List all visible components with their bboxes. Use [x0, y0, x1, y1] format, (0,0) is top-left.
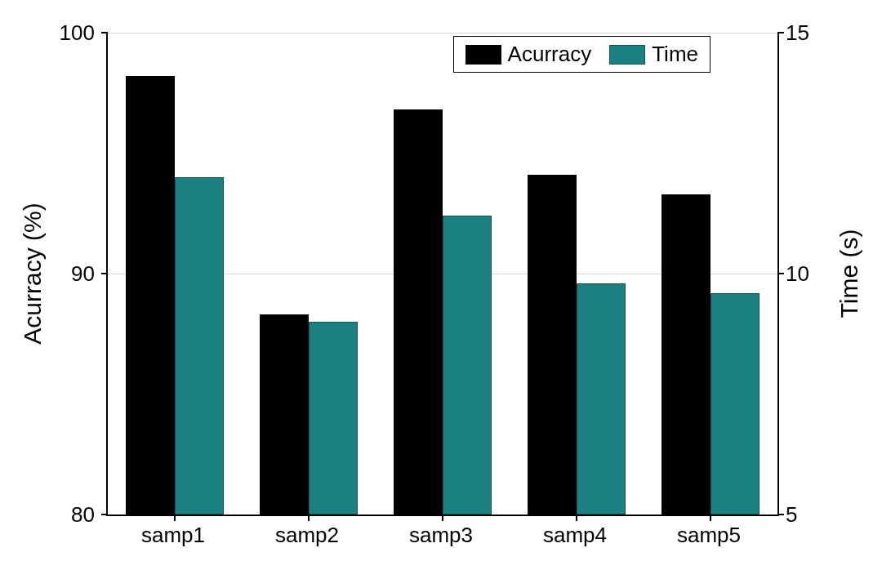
plot-area: Acurracy Time	[106, 33, 779, 516]
y2-tick-label: 10	[786, 261, 809, 287]
y2-tick-label: 15	[786, 20, 809, 46]
x-tick	[710, 514, 711, 521]
bar-time-samp1	[175, 177, 224, 514]
gridline-top	[108, 33, 777, 33]
x-tick	[442, 514, 443, 521]
x-tick	[576, 514, 577, 521]
x-tick-label: samp5	[677, 523, 741, 548]
bar-chart: Acurracy Time 100 90 80 15 10 5 Acurracy…	[0, 0, 882, 588]
y1-tick-label: 80	[71, 502, 95, 528]
legend-item-accuracy: Acurracy	[466, 42, 592, 67]
legend-label-time: Time	[652, 42, 698, 67]
x-tick	[308, 514, 310, 521]
y2-tick	[777, 514, 784, 515]
legend: Acurracy Time	[453, 36, 710, 73]
x-tick-label: samp2	[275, 523, 339, 548]
x-tick-label: samp4	[543, 523, 607, 548]
bar-time-samp3	[443, 216, 492, 514]
y1-tick-label: 100	[60, 20, 95, 46]
bar-accuracy-samp1	[126, 76, 175, 514]
bar-time-samp5	[710, 293, 760, 514]
x-tick	[174, 514, 176, 521]
y2-tick-label: 5	[786, 502, 797, 528]
y1-tick	[101, 273, 108, 274]
bar-time-samp2	[309, 322, 358, 514]
y2-tick	[777, 273, 784, 274]
y1-tick-label: 90	[71, 261, 95, 287]
bar-time-samp4	[577, 283, 626, 514]
y2-tick	[777, 32, 784, 33]
bar-accuracy-samp3	[394, 109, 443, 514]
y1-axis-label: Acurracy (%)	[19, 203, 47, 344]
legend-item-time: Time	[609, 42, 698, 67]
legend-swatch-accuracy	[466, 45, 501, 65]
x-tick-label: samp3	[409, 523, 473, 548]
y1-tick	[101, 514, 108, 515]
legend-label-accuracy: Acurracy	[508, 42, 592, 67]
x-tick-label: samp1	[141, 523, 205, 548]
bar-accuracy-samp4	[528, 175, 577, 514]
legend-swatch-time	[609, 45, 645, 65]
bar-accuracy-samp5	[662, 194, 710, 514]
y2-axis-label: Time (s)	[835, 229, 863, 318]
y1-tick	[101, 32, 108, 33]
bar-accuracy-samp2	[260, 314, 309, 514]
